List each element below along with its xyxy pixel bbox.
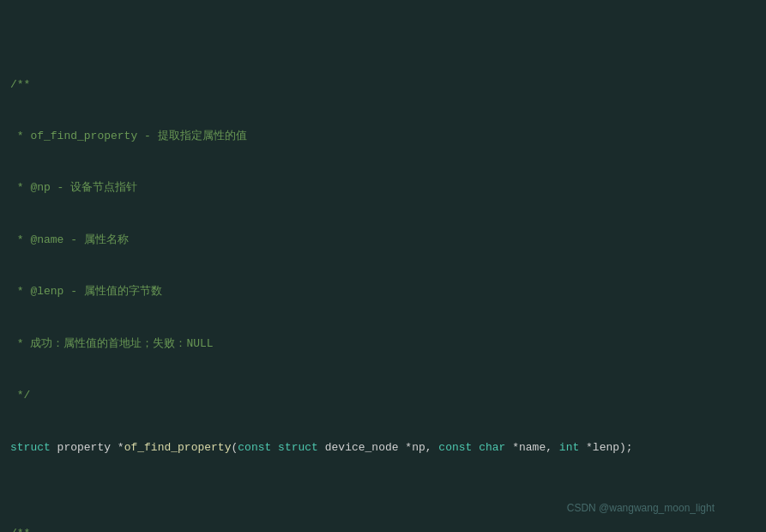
line-comment-5: * @lenp - 属性值的字节数 — [10, 283, 756, 300]
line-comment-2: * of_find_property - 提取指定属性的值 — [10, 128, 756, 145]
line-comment-4: * @name - 属性名称 — [10, 232, 756, 249]
line-comment-7: */ — [10, 387, 756, 404]
code-container: /** * of_find_property - 提取指定属性的值 * @np … — [0, 0, 766, 532]
watermark: CSDN @wangwang_moon_light — [567, 500, 715, 517]
line-comment-6: * 成功：属性值的首地址；失败：NULL — [10, 336, 756, 353]
line-comment-3: * @np - 设备节点指针 — [10, 179, 756, 196]
line-comment-1: /** — [10, 76, 756, 94]
line-func-1: struct property *of_find_property(const … — [10, 439, 756, 456]
line-comment-8: /** — [10, 525, 756, 532]
